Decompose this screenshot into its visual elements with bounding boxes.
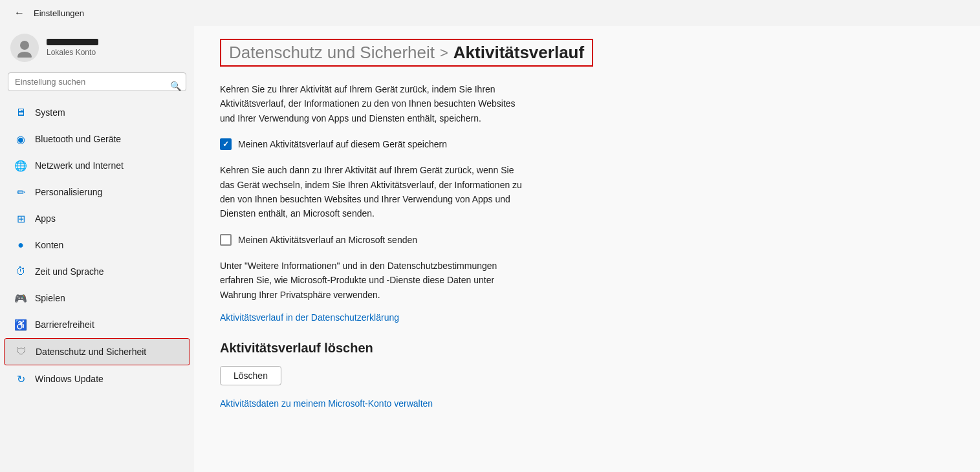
sidebar: Lokales Konto 🔍 🖥 System ◉ Bluetooth und…	[0, 26, 194, 472]
checkbox-2[interactable]	[220, 234, 232, 246]
checkbox-1[interactable]: ✓	[220, 138, 232, 150]
breadcrumb-parent: Datenschutz und Sicherheit	[229, 43, 435, 63]
privacy-link[interactable]: Aktivitätsverlauf in der Datenschutzerkl…	[220, 312, 399, 323]
delete-button[interactable]: Löschen	[220, 366, 281, 385]
sidebar-item-bluetooth[interactable]: ◉ Bluetooth und Geräte	[4, 126, 190, 152]
network-icon: 🌐	[14, 159, 27, 172]
sidebar-item-system[interactable]: 🖥 System	[4, 100, 190, 125]
sidebar-label-bluetooth: Bluetooth und Geräte	[35, 134, 121, 144]
sidebar-label-system: System	[35, 107, 65, 118]
accessibility-icon: ♿	[14, 318, 27, 331]
delete-section-title: Aktivitätsverlauf löschen	[220, 341, 954, 356]
checkbox-label-2: Meinen Aktivitätsverlauf an Microsoft se…	[238, 235, 417, 245]
title-bar: ← Einstellungen	[0, 0, 980, 26]
sidebar-item-personalization[interactable]: ✏ Personalisierung	[4, 179, 190, 205]
sidebar-label-personalization: Personalisierung	[35, 187, 102, 197]
breadcrumb-current: Aktivitätsverlauf	[453, 43, 584, 63]
bluetooth-icon: ◉	[14, 133, 27, 145]
back-button[interactable]: ←	[10, 4, 28, 22]
apps-icon: ⊞	[14, 212, 27, 225]
sidebar-item-gaming[interactable]: 🎮 Spielen	[4, 285, 190, 311]
checkbox-row-2[interactable]: Meinen Aktivitätsverlauf an Microsoft se…	[220, 234, 954, 246]
checkbox-row-1[interactable]: ✓ Meinen Aktivitätsverlauf auf diesem Ge…	[220, 138, 954, 150]
sidebar-item-accessibility[interactable]: ♿ Barrierefreiheit	[4, 312, 190, 338]
checkmark-1: ✓	[223, 140, 229, 149]
main-layout: Lokales Konto 🔍 🖥 System ◉ Bluetooth und…	[0, 26, 980, 472]
user-info: Lokales Konto	[47, 39, 98, 57]
sidebar-label-windowsupdate: Windows Update	[35, 374, 103, 384]
privacy-text: Unter "Weitere Informationen" und in den…	[220, 259, 530, 302]
svg-point-0	[20, 41, 29, 50]
description-2: Kehren Sie auch dann zu Ihrer Aktivität …	[220, 163, 530, 221]
sidebar-item-windowsupdate[interactable]: ↻ Windows Update	[4, 366, 190, 392]
app-title: Einstellungen	[34, 8, 84, 18]
nav-list: 🖥 System ◉ Bluetooth und Geräte 🌐 Netzwe…	[0, 99, 194, 392]
search-input[interactable]	[8, 72, 186, 91]
accounts-icon: ●	[14, 239, 27, 252]
sidebar-label-privacy: Datenschutz und Sicherheit	[36, 347, 146, 357]
user-type: Lokales Konto	[47, 48, 98, 57]
sidebar-label-gaming: Spielen	[35, 293, 65, 303]
svg-point-1	[17, 52, 32, 58]
sidebar-item-apps[interactable]: ⊞ Apps	[4, 206, 190, 231]
system-icon: 🖥	[14, 106, 27, 119]
sidebar-item-accounts[interactable]: ● Konten	[4, 232, 190, 258]
avatar	[10, 34, 39, 62]
manage-account-link[interactable]: Aktivitätsdaten zu meinem Microsoft-Kont…	[220, 398, 433, 409]
windowsupdate-icon: ↻	[14, 372, 27, 385]
sidebar-label-accounts: Konten	[35, 240, 63, 250]
sidebar-item-privacy[interactable]: 🛡 Datenschutz und Sicherheit	[4, 338, 190, 365]
personalization-icon: ✏	[14, 186, 27, 198]
sidebar-item-network[interactable]: 🌐 Netzwerk und Internet	[4, 153, 190, 178]
user-section: Lokales Konto	[0, 26, 194, 72]
breadcrumb: Datenschutz und Sicherheit > Aktivitätsv…	[220, 39, 593, 67]
sidebar-label-network: Netzwerk und Internet	[35, 160, 124, 171]
user-name-bar	[47, 39, 98, 45]
time-icon: ⏱	[14, 265, 27, 278]
description-1: Kehren Sie zu Ihrer Aktivität auf Ihrem …	[220, 82, 530, 125]
content-area: Datenschutz und Sicherheit > Aktivitätsv…	[194, 26, 980, 472]
sidebar-label-accessibility: Barrierefreiheit	[35, 319, 94, 330]
privacy-icon: 🛡	[15, 345, 28, 358]
sidebar-label-apps: Apps	[35, 213, 56, 224]
sidebar-item-time[interactable]: ⏱ Zeit und Sprache	[4, 259, 190, 284]
breadcrumb-separator: >	[440, 45, 448, 61]
search-container: 🔍	[0, 72, 194, 99]
sidebar-label-time: Zeit und Sprache	[35, 266, 104, 277]
gaming-icon: 🎮	[14, 292, 27, 305]
checkbox-label-1: Meinen Aktivitätsverlauf auf diesem Gerä…	[238, 139, 447, 149]
search-icon: 🔍	[170, 81, 181, 91]
